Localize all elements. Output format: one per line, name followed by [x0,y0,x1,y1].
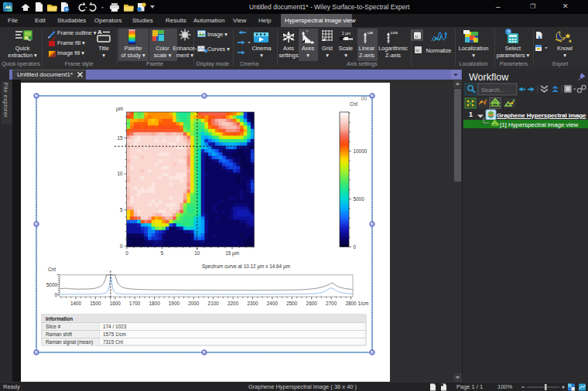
svg-text:Search...: Search... [481,87,504,94]
svg-text:2700: 2700 [326,301,337,306]
svg-text:1/cm: 1/cm [358,301,369,306]
svg-text:Raman signal (mean): Raman signal (mean) [46,339,93,345]
svg-text:15 µm: 15 µm [225,250,239,257]
svg-text:1500: 1500 [90,301,101,306]
svg-text:2100: 2100 [208,301,220,306]
svg-text:15: 15 [117,135,123,141]
svg-text:5000: 5000 [354,196,365,202]
svg-text:Information: Information [46,316,73,321]
svg-text:7315 Cnt: 7315 Cnt [103,339,123,345]
svg-text:1600: 1600 [110,301,121,306]
svg-text:0: 0 [54,292,57,298]
svg-text:1800: 1800 [149,301,160,306]
svg-text:0: 0 [354,244,357,250]
svg-text:2800: 2800 [345,301,357,306]
svg-text:1900: 1900 [169,301,180,306]
svg-text:5000: 5000 [46,282,58,287]
svg-text:0: 0 [120,243,123,249]
svg-text:0: 0 [125,250,128,256]
svg-text:2300: 2300 [247,301,258,306]
svg-text:Slice #: Slice # [46,324,61,329]
svg-text:µm: µm [116,106,123,112]
svg-text:10: 10 [194,250,200,256]
svg-text:2400: 2400 [267,301,279,306]
svg-text:2200: 2200 [227,301,239,306]
svg-text:Cnt: Cnt [48,267,56,272]
svg-text:Raman shift: Raman shift [46,332,72,337]
svg-text:Spectrum curve at 10.12 µm x 1: Spectrum curve at 10.12 µm x 14.64 µm [202,264,290,270]
svg-text:174 / 1023: 174 / 1023 [103,324,127,329]
svg-text:2500: 2500 [286,301,298,306]
svg-text:Cnt: Cnt [350,101,357,107]
svg-text:2600: 2600 [306,301,318,306]
svg-text:10000: 10000 [354,148,368,154]
svg-text:10: 10 [117,171,123,176]
svg-text:2000: 2000 [188,301,200,306]
svg-text:5: 5 [161,250,164,256]
svg-text:1400: 1400 [70,301,82,306]
svg-text:5: 5 [120,207,123,212]
svg-text:1700: 1700 [129,301,141,306]
svg-text:1575 1/cm: 1575 1/cm [103,332,126,337]
